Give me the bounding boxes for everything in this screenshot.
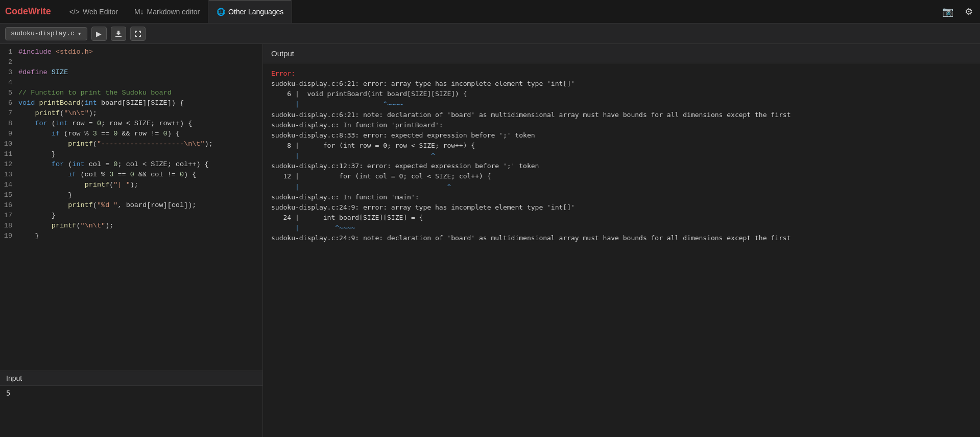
table-row: 8 for (int row = 0; row < SIZE; row++) { (0, 119, 262, 129)
web-editor-icon: </> (69, 8, 80, 16)
table-row: 2 (0, 57, 262, 67)
camera-button[interactable]: 📷 (940, 4, 955, 19)
main-area: 1 #include <stdio.h> 2 3 #define SIZE 4 … (0, 44, 980, 437)
markdown-icon: M↓ (134, 8, 144, 16)
table-row: 7 printf("\n\t"); (0, 108, 262, 119)
tab-markdown-label: Markdown editor (147, 8, 200, 16)
table-row: 18 printf("\n\t"); (0, 221, 262, 231)
globe-icon: 🌐 (217, 8, 225, 16)
navbar: CodeWrite </> Web Editor M↓ Markdown edi… (0, 0, 980, 24)
right-panel: Output Error: sudoku-display.c:6:21: err… (263, 44, 980, 437)
table-row: 1 #include <stdio.h> (0, 47, 262, 57)
input-section: Input 5 (0, 371, 262, 437)
download-button[interactable] (111, 27, 126, 41)
logo: CodeWrite (5, 6, 51, 17)
output-header: Output (263, 44, 980, 63)
table-row: 5 // Function to print the Sudoku board (0, 88, 262, 98)
toolbar: sudoku-display.c ▾ ▶ (0, 24, 980, 44)
table-row: 13 if (col % 3 == 0 && col != 0) { (0, 170, 262, 180)
filename-label: sudoku-display.c (11, 30, 75, 37)
download-icon (115, 30, 122, 37)
input-textarea[interactable]: 5 (0, 386, 262, 437)
tab-other-languages-label: Other Languages (228, 8, 283, 16)
svg-rect-0 (115, 36, 122, 37)
table-row: 12 for (int col = 0; col < SIZE; col++) … (0, 159, 262, 170)
table-row: 11 } (0, 149, 262, 159)
table-row: 15 } (0, 190, 262, 200)
tab-markdown-editor[interactable]: M↓ Markdown editor (126, 0, 208, 23)
table-row: 17 } (0, 211, 262, 221)
dropdown-arrow-icon: ▾ (78, 30, 82, 38)
nav-right-icons: 📷 ⚙ (940, 4, 975, 19)
settings-button[interactable]: ⚙ (963, 4, 975, 19)
table-row: 9 if (row % 3 == 0 && row != 0) { (0, 129, 262, 139)
table-row: 3 #define SIZE (0, 67, 262, 78)
input-label: Input (0, 371, 262, 386)
file-dropdown[interactable]: sudoku-display.c ▾ (5, 27, 87, 40)
table-row: 6 void printBoard(int board[SIZE][SIZE])… (0, 98, 262, 108)
tab-web-editor[interactable]: </> Web Editor (61, 0, 126, 23)
run-button[interactable]: ▶ (91, 27, 107, 41)
tab-other-languages[interactable]: 🌐 Other Languages (208, 0, 292, 23)
table-row: 10 printf("--------------------\n\t"); (0, 139, 262, 149)
tab-web-editor-label: Web Editor (83, 8, 118, 16)
table-row: 19 } (0, 231, 262, 241)
table-row: 4 (0, 78, 262, 88)
fullscreen-button[interactable] (130, 27, 146, 41)
fullscreen-icon (134, 30, 141, 37)
table-row: 14 printf("| "); (0, 180, 262, 190)
table-row: 16 printf("%d ", board[row][col]); (0, 200, 262, 211)
code-editor[interactable]: 1 #include <stdio.h> 2 3 #define SIZE 4 … (0, 44, 262, 371)
left-panel: 1 #include <stdio.h> 2 3 #define SIZE 4 … (0, 44, 263, 437)
output-content[interactable]: Error: sudoku-display.c:6:21: error: arr… (263, 63, 980, 437)
